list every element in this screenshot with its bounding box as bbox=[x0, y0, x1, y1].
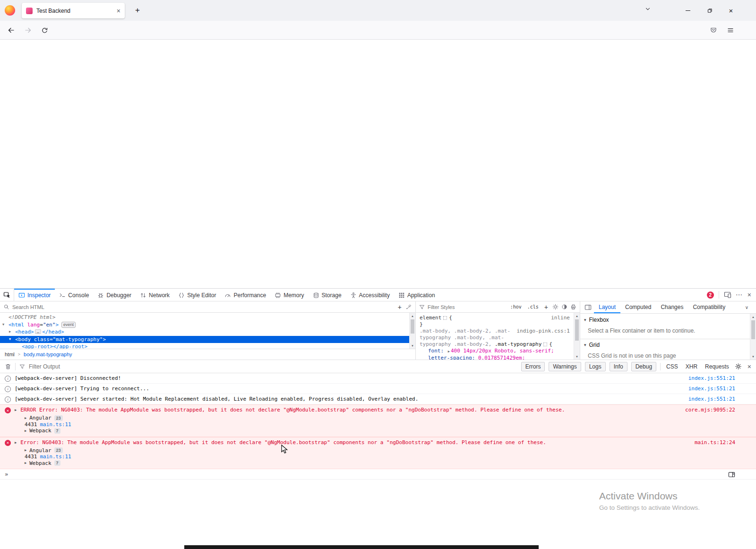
node-picker-button[interactable] bbox=[0, 289, 14, 301]
minimize-button[interactable] bbox=[677, 0, 699, 21]
scroll-up-button[interactable]: ▲ bbox=[574, 313, 580, 319]
tab-compatibility[interactable]: Compatibility bbox=[688, 301, 730, 313]
contrast-icon[interactable] bbox=[561, 304, 567, 310]
tab-changes[interactable]: Changes bbox=[656, 301, 688, 313]
error-count-badge[interactable]: 2 bbox=[707, 292, 714, 299]
console-info-row[interactable]: i [webpack-dev-server] Server started: H… bbox=[0, 394, 756, 404]
app-menu-button[interactable] bbox=[723, 23, 738, 38]
stylesheet-link[interactable]: indigo-pink.css:1 bbox=[516, 328, 570, 335]
expand-error-icon[interactable]: ▶ bbox=[15, 441, 17, 445]
sidebar-toggle-icon[interactable] bbox=[584, 304, 592, 311]
scroll-up-button[interactable]: ▲ bbox=[410, 313, 415, 319]
devtools-tab-style-editor[interactable]: Style Editor bbox=[174, 289, 220, 301]
font-declaration[interactable]: font: ▶400 14px/20px Roboto, sans-serif; bbox=[420, 348, 571, 355]
console-info-row[interactable]: i [webpack-dev-server] Disconnected! ind… bbox=[0, 373, 756, 384]
sidebar-scrollbar[interactable]: ▲ ▼ bbox=[750, 314, 756, 360]
back-button[interactable] bbox=[4, 23, 19, 38]
stack-frame-angular[interactable]: ▶ Angular 23 bbox=[0, 415, 756, 421]
reload-button[interactable] bbox=[37, 23, 52, 38]
filter-debug-button[interactable]: Debug bbox=[631, 362, 656, 371]
new-tab-button[interactable]: + bbox=[132, 6, 143, 15]
source-link[interactable]: main.ts:12:24 bbox=[695, 439, 735, 446]
stack-frame[interactable]: 4431 main.ts:11 bbox=[0, 421, 756, 428]
search-html-input[interactable] bbox=[12, 304, 394, 310]
devtools-tab-inspector[interactable]: Inspector bbox=[14, 289, 55, 301]
source-link[interactable]: index.js:551:21 bbox=[688, 375, 735, 381]
breadcrumb-body[interactable]: body.mat-typography bbox=[24, 352, 72, 357]
filter-warnings-button[interactable]: Warnings bbox=[549, 362, 581, 371]
expand-error-icon[interactable]: ▶ bbox=[15, 408, 17, 412]
responsive-design-icon[interactable] bbox=[724, 291, 731, 299]
source-link[interactable]: index.js:551:21 bbox=[688, 396, 735, 402]
devtools-tab-debugger[interactable]: Debugger bbox=[93, 289, 136, 301]
console-error-row[interactable]: × ▶ ERROR Error: NG0403: The module AppM… bbox=[0, 405, 756, 415]
scrollbar-thumb[interactable] bbox=[411, 319, 414, 334]
filter-logs-button[interactable]: Logs bbox=[585, 362, 606, 371]
scroll-down-button[interactable]: ▼ bbox=[574, 353, 580, 360]
highlight-target-icon[interactable] bbox=[543, 343, 547, 346]
console-input-row[interactable]: » bbox=[0, 469, 756, 480]
filter-errors-button[interactable]: Errors bbox=[521, 362, 545, 371]
twisty-collapsed-icon[interactable]: ▶ bbox=[9, 328, 11, 336]
scrollbar-thumb[interactable] bbox=[575, 319, 579, 341]
collapsed-content-badge[interactable]: … bbox=[35, 329, 41, 334]
devtools-tab-application[interactable]: Application bbox=[394, 289, 439, 301]
editor-mode-toggle-icon[interactable] bbox=[728, 471, 735, 478]
devtools-tab-storage[interactable]: Storage bbox=[309, 289, 346, 301]
doctype-node[interactable]: <!DOCTYPE html> bbox=[0, 314, 409, 321]
print-media-icon[interactable] bbox=[570, 304, 576, 310]
meatball-menu-icon[interactable]: ··· bbox=[736, 292, 743, 298]
close-window-button[interactable]: × bbox=[720, 0, 742, 21]
event-badge[interactable]: event bbox=[61, 322, 76, 328]
element-rule[interactable]: element{ inline bbox=[420, 315, 571, 321]
filter-info-button[interactable]: Info bbox=[610, 362, 627, 371]
tabs-overflow-chevron-icon[interactable]: ∨ bbox=[745, 305, 756, 310]
app-root-node[interactable]: <app-root></app-root> bbox=[0, 343, 409, 349]
source-link[interactable]: index.js:551:21 bbox=[688, 386, 735, 392]
expand-frames-icon[interactable]: ▶ bbox=[25, 429, 26, 433]
scroll-up-button[interactable]: ▲ bbox=[750, 314, 756, 320]
twisty-expanded-icon[interactable]: ▼ bbox=[9, 336, 11, 343]
devtools-tab-console[interactable]: Console bbox=[55, 289, 93, 301]
rules-scrollbar[interactable]: ▲ ▼ bbox=[574, 313, 580, 360]
console-settings-gear-icon[interactable] bbox=[735, 363, 742, 370]
filter-xhr-button[interactable]: XHR bbox=[684, 362, 699, 371]
expand-frames-icon[interactable]: ▶ bbox=[25, 416, 26, 420]
eyedropper-icon[interactable] bbox=[406, 304, 412, 310]
source-link[interactable]: core.mjs:9095:22 bbox=[685, 407, 735, 413]
pseudo-class-toggle[interactable]: :hov bbox=[509, 304, 523, 310]
console-close-icon[interactable]: × bbox=[747, 363, 751, 370]
breadcrumb-html[interactable]: html bbox=[5, 352, 15, 357]
markup-scrollbar[interactable]: ▲ ▼ bbox=[409, 313, 415, 349]
mat-rule-selector[interactable]: .mat-body, .mat-body-2, .mat- indigo-pin… bbox=[420, 328, 571, 335]
filter-requests-button[interactable]: Requests bbox=[703, 362, 731, 371]
devtools-tab-memory[interactable]: Memory bbox=[270, 289, 308, 301]
tab-layout[interactable]: Layout bbox=[594, 301, 620, 313]
stack-frame-webpack[interactable]: ▶ Webpack 7 bbox=[0, 428, 756, 434]
light-theme-icon[interactable] bbox=[552, 304, 558, 310]
html-node[interactable]: ▼<html lang="en">event bbox=[0, 321, 409, 329]
stack-frame-angular[interactable]: ▶ Angular 23 bbox=[0, 447, 756, 454]
expand-frames-icon[interactable]: ▶ bbox=[25, 461, 26, 465]
source-link[interactable]: main.ts:11 bbox=[40, 454, 71, 460]
pocket-button[interactable] bbox=[706, 23, 721, 38]
trash-icon[interactable] bbox=[5, 363, 11, 370]
highlight-target-icon[interactable] bbox=[443, 316, 447, 320]
filter-styles-input[interactable] bbox=[428, 304, 506, 310]
expand-shorthand-icon[interactable]: ▶ bbox=[448, 350, 450, 353]
devtools-close-icon[interactable]: × bbox=[747, 291, 751, 299]
forward-button[interactable] bbox=[20, 23, 35, 38]
grid-section-header[interactable]: ▾ Grid bbox=[580, 339, 756, 351]
expand-frames-icon[interactable]: ▶ bbox=[25, 448, 26, 452]
tab-computed[interactable]: Computed bbox=[620, 301, 656, 313]
filter-output-input[interactable] bbox=[29, 363, 171, 370]
twisty-expanded-icon[interactable]: ▼ bbox=[2, 321, 4, 329]
browser-tab[interactable]: Test Backend × bbox=[22, 3, 125, 18]
restore-button[interactable] bbox=[699, 0, 721, 21]
console-info-row[interactable]: i [webpack-dev-server] Trying to reconne… bbox=[0, 384, 756, 394]
scrollbar-thumb[interactable] bbox=[751, 320, 755, 339]
stack-frame[interactable]: 4431 main.ts:11 bbox=[0, 454, 756, 460]
scroll-down-button[interactable]: ▼ bbox=[410, 343, 415, 349]
head-node[interactable]: ▶<head>…</head> bbox=[0, 328, 409, 336]
devtools-tab-network[interactable]: Network bbox=[136, 289, 174, 301]
